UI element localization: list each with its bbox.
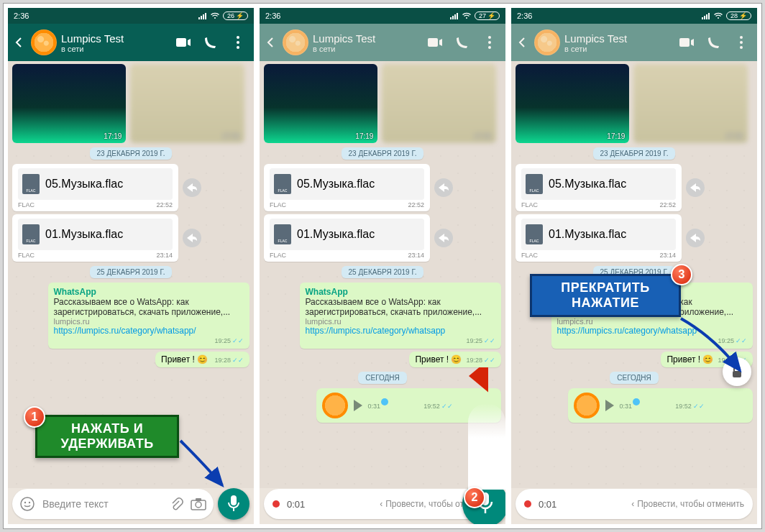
file-message[interactable]: 05.Музыка.flac FLAC22:52 — [12, 164, 178, 211]
more-icon[interactable] — [734, 35, 748, 50]
date-separator: 23 ДЕКАБРЯ 2019 Г. — [593, 147, 676, 160]
rec-time: 0:01 — [539, 499, 556, 510]
slide-to-cancel[interactable]: ‹ Провести, чтобы отменить — [631, 499, 744, 509]
more-icon[interactable] — [231, 35, 245, 50]
contact-name: Lumpics Test — [61, 32, 124, 45]
phone-screenshot-3: 2:36 28⚡ Lumpics Testв сети 17:1917:21 2… — [511, 8, 757, 524]
rec-dot-icon — [524, 500, 531, 508]
status-time: 2:36 — [14, 12, 29, 20]
forward-button[interactable] — [434, 178, 453, 197]
file-message[interactable]: 05.Музыка.flacFLAC22:52 — [264, 164, 430, 211]
date-separator: СЕГОДНЯ — [358, 372, 407, 384]
date-separator: 23 ДЕКАБРЯ 2019 Г. — [90, 147, 173, 160]
annotation-badge-3: 3 — [671, 264, 692, 285]
file-message[interactable]: 01.Музыка.flac FLAC23:14 — [12, 214, 178, 262]
svg-point-14 — [488, 46, 491, 49]
svg-point-8 — [196, 502, 201, 508]
camera-icon[interactable] — [191, 497, 206, 510]
annotation-arrow — [678, 316, 750, 380]
signal-icon — [450, 12, 459, 19]
avatar — [574, 393, 600, 418]
input-placeholder: Введите текст — [42, 498, 162, 510]
forward-button[interactable] — [434, 229, 453, 247]
phone-screenshot-1: 2:36 26⚡ Lumpics Test в сети — [8, 8, 254, 524]
text-message[interactable]: Привет ! 😊19:28✓✓ — [409, 352, 501, 367]
forward-button[interactable] — [686, 178, 705, 197]
play-icon[interactable] — [354, 400, 362, 411]
annotation-badge-2: 2 — [464, 487, 485, 508]
signal-icon — [198, 12, 207, 19]
header-title-block[interactable]: Lumpics Test в сети — [61, 32, 124, 53]
avatar[interactable] — [283, 29, 308, 55]
svg-point-1 — [237, 36, 239, 39]
annotation-badge-1: 1 — [24, 406, 45, 428]
back-icon[interactable] — [516, 35, 530, 50]
chat-header: Lumpics Testв сети — [511, 24, 757, 61]
emoji-icon[interactable] — [19, 496, 35, 512]
annotation-arrow — [178, 438, 235, 495]
call-icon[interactable] — [455, 35, 469, 50]
status-bar: 2:36 27⚡ — [260, 8, 505, 24]
videocall-icon[interactable] — [679, 35, 694, 50]
media-row: 17:19 17:21 — [12, 64, 249, 143]
battery-indicator: 26⚡ — [223, 12, 248, 20]
file-message[interactable]: 01.Музыка.flacFLAC23:14 — [516, 214, 682, 262]
wifi-icon — [713, 12, 723, 19]
forward-button[interactable] — [686, 229, 705, 247]
attach-icon[interactable] — [169, 497, 183, 511]
media-thumbnail[interactable]: 17:21 — [633, 64, 747, 143]
chat-header: Lumpics Test в сети — [8, 24, 254, 61]
media-thumbnail[interactable]: 17:21 — [130, 64, 244, 143]
media-thumbnail[interactable]: 17:21 — [382, 64, 495, 143]
forward-button[interactable] — [183, 229, 201, 247]
status-time: 2:36 — [265, 12, 280, 20]
media-thumbnail[interactable]: 17:19 — [12, 64, 126, 143]
file-message[interactable]: 05.Музыка.flacFLAC22:52 — [516, 164, 682, 211]
media-thumbnail[interactable]: 17:19 — [264, 64, 377, 143]
link-message[interactable]: WhatsApp Рассказываем все о WatsApp: как… — [300, 283, 502, 349]
back-icon[interactable] — [264, 35, 278, 50]
svg-point-18 — [740, 41, 743, 44]
back-icon[interactable] — [12, 35, 27, 50]
file-icon — [22, 174, 40, 194]
svg-point-4 — [21, 497, 34, 510]
media-thumbnail[interactable]: 17:19 — [516, 64, 629, 143]
chat-header: Lumpics Testв сети — [260, 24, 505, 61]
svg-rect-9 — [196, 498, 201, 501]
avatar — [322, 393, 348, 418]
message-link[interactable]: https://lumpics.ru/category/whatsapp/ — [54, 326, 244, 336]
contact-status: в сети — [61, 45, 124, 53]
recording-bar: 0:01 ‹ Провести, чтобы отменить — [511, 488, 757, 524]
annotation-arrow-up — [467, 367, 488, 497]
link-message[interactable]: WhatsApp Рассказываем все о WatsApp: как… — [48, 283, 250, 349]
svg-rect-16 — [679, 38, 690, 47]
play-icon[interactable] — [605, 400, 614, 411]
avatar[interactable] — [31, 29, 57, 55]
forward-button[interactable] — [183, 178, 201, 197]
videocall-icon[interactable] — [428, 35, 442, 50]
svg-point-2 — [237, 41, 239, 44]
svg-point-12 — [488, 36, 491, 39]
annotation-callout-3: ПРЕКРАТИТЬНАЖАТИЕ — [530, 274, 681, 317]
more-icon[interactable] — [482, 35, 497, 50]
phone-screenshot-2: 2:36 27⚡ Lumpics Testв сети 17:1917:21 2… — [260, 8, 505, 524]
date-separator: 25 ДЕКАБРЯ 2019 Г. — [342, 266, 424, 278]
svg-point-6 — [29, 502, 30, 503]
wifi-icon — [210, 12, 220, 19]
annotation-callout-1: НАЖАТЬ ИУДЕРЖИВАТЬ — [35, 415, 179, 458]
wifi-icon — [462, 12, 472, 19]
date-separator: 23 ДЕКАБРЯ 2019 Г. — [342, 147, 424, 160]
svg-point-19 — [740, 46, 743, 49]
call-icon[interactable] — [707, 35, 721, 50]
file-message[interactable]: 01.Музыка.flacFLAC23:14 — [264, 214, 430, 262]
date-separator: 25 ДЕКАБРЯ 2019 Г. — [90, 266, 173, 278]
file-name: 05.Музыка.flac — [45, 178, 123, 191]
svg-point-3 — [237, 46, 239, 49]
avatar[interactable] — [534, 29, 560, 55]
videocall-icon[interactable] — [176, 35, 191, 50]
battery-indicator: 27⚡ — [475, 12, 500, 20]
call-icon[interactable] — [203, 35, 218, 50]
text-message[interactable]: Привет ! 😊 19:28✓✓ — [155, 352, 249, 367]
date-separator: СЕГОДНЯ — [610, 372, 659, 384]
voice-message[interactable]: 0:3119:52✓✓ — [568, 388, 753, 423]
